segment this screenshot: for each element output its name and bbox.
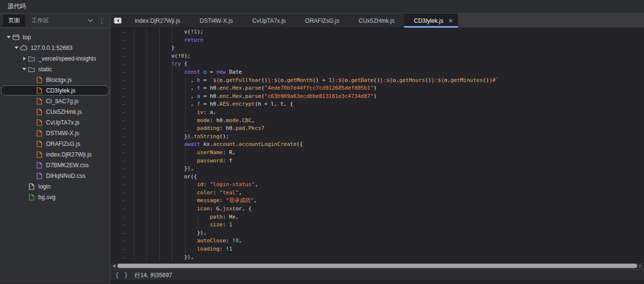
code-line[interactable]: size: 1 [133,221,644,229]
gutter-line-marker[interactable]: - [110,77,125,85]
gutter-line-marker[interactable]: - [110,229,125,237]
editor-tab-cux5zhmk-js[interactable]: CUx5ZHmk.js [349,14,404,28]
code-line[interactable]: mode: h0.mode.CBC, [133,117,644,125]
code-line[interactable]: }), [133,253,644,262]
gutter-line-marker[interactable]: - [110,197,125,205]
code-token: , [251,117,255,124]
gutter-line-marker[interactable]: - [110,117,125,125]
gutter-line-marker[interactable]: - [110,141,125,149]
gutter-line-marker[interactable]: - [110,68,125,77]
sidebar-tab-workspace[interactable]: 工作区 [26,15,54,27]
tree-item-index-djr27wji-js[interactable]: index.DjR27Wji.js [1,149,109,159]
code-line[interactable]: }), [133,229,644,237]
editor-tab-index-djr27wji-js[interactable]: index.DjR27Wji.js [125,14,190,28]
tree-item-127-0-0-1-52663[interactable]: 127.0.0.1:52663 [1,43,109,53]
code-line[interactable]: , h = `${o.getFullYear()}:${o.getMonth()… [133,77,644,85]
gutter-line-marker[interactable]: - [110,28,125,36]
tree-item-cvupta7x-js[interactable]: CvUpTA7x.js [1,117,109,127]
gutter-line-marker[interactable]: - [110,84,125,93]
gutter-line-marker[interactable]: - [110,173,125,181]
code-line[interactable]: }).toString(); [133,133,644,141]
more-options-icon[interactable]: ⋮ [96,16,107,26]
tree-item-bg-svg[interactable]: bg.svg [1,192,109,202]
gutter-line-marker[interactable]: - [110,133,125,141]
tree-item-oraflzsg-js[interactable]: ORAFlZsG.js [1,139,109,149]
gutter-line-marker[interactable]: - [110,93,125,101]
editor-tab-dstl4w-x-js[interactable]: DSTl4W-X.js [190,14,242,28]
tree-item-login[interactable]: login [1,181,109,191]
scroll-right-arrow-icon[interactable] [639,264,642,268]
code-line[interactable]: , f = h0.AES.encrypt(h + l, t, { [133,100,644,109]
code-line[interactable]: v(!0); [133,52,644,61]
code-line[interactable]: const o = new Date [133,68,644,77]
code-line[interactable]: return [133,36,644,45]
tree-item-ci-8ac7g-js[interactable]: CI_8AC7g.js [1,96,109,106]
gutter-line-marker[interactable]: - [110,237,125,245]
gutter-line-marker[interactable]: - [110,205,125,213]
expanded-arrow-icon[interactable] [13,47,20,49]
gutter-line-marker[interactable]: - [110,36,125,45]
code-line[interactable]: autoClose: !0, [133,237,644,245]
code-line[interactable]: loading: !1 [133,245,644,253]
gutter-line-marker[interactable]: - [110,213,125,221]
gutter-line-marker[interactable]: - [110,52,125,61]
tree-item-dihqnnod-css[interactable]: DIHqNNoD.css [1,171,109,181]
scroll-left-arrow-icon[interactable] [112,264,115,268]
tree-item-cd3iylek-js[interactable]: CD3Iylek.js [1,85,109,95]
gutter-line-marker[interactable]: - [110,109,125,117]
gutter-line-marker[interactable]: - [110,60,125,68]
gutter-line-marker[interactable]: - [110,165,125,173]
code-line[interactable]: v(!1); [133,28,644,36]
code-line[interactable]: password: f [133,157,644,165]
code-line[interactable]: icon: G.jsx(or, { [133,205,644,213]
tree-item-d7bmk2ew-css[interactable]: D7BMK2EW.css [1,160,109,170]
code-token: CBC [242,117,251,124]
gutter-line-marker[interactable]: - [110,245,125,253]
code-line[interactable]: id: "login-status", [133,181,644,189]
collapsed-arrow-icon[interactable] [21,57,28,61]
expanded-arrow-icon[interactable] [5,36,12,38]
code-line[interactable]: await kx.account.accountLoginCreate({ [133,141,644,149]
editor-tab-cvupta7x-js[interactable]: CvUpTA7x.js [242,14,295,28]
tree-item-cux5zhmk-js[interactable]: CUx5ZHmk.js [1,107,109,117]
code-line[interactable]: padding: h0.pad.Pkcs7 [133,125,644,133]
gutter-line-marker[interactable]: - [110,149,125,157]
editor-tab-cd3iylek-js[interactable]: CD3Iylek.js✕ [404,14,458,28]
code-line[interactable]: nr({ [133,173,644,181]
pretty-print-button[interactable]: { } [115,272,129,279]
tree-item-static[interactable]: static [1,64,109,74]
editor-tab-label: CvUpTA7x.js [252,17,285,24]
tree-item-blcictgx-js[interactable]: Blcictgx.js [1,75,109,85]
code-line[interactable]: userName: R, [133,149,644,157]
indent-guide [134,157,134,165]
gutter-line-marker[interactable]: - [110,100,125,109]
indent-guide [146,141,147,149]
gutter-line-marker[interactable]: - [110,221,125,229]
gutter-line-marker[interactable]: - [110,157,125,165]
code-line[interactable]: color: "teal", [133,189,644,197]
code-line[interactable]: , a = h0.enc.Hex.parse("c63b909a63ecdbbe… [133,93,644,101]
expanded-arrow-icon[interactable] [21,68,28,70]
code-line[interactable]: , t = h0.enc.Hex.parse("4ede70b7e44ffcc7… [133,84,644,93]
sidebar-tab-page[interactable]: 页面 [3,15,25,27]
editor-tab-oraflzsg-js[interactable]: ORAFlZsG.js [296,14,349,28]
hscroll-thumb[interactable] [117,264,637,268]
horizontal-scrollbar[interactable] [110,262,644,269]
close-icon[interactable]: ✕ [448,18,453,24]
gutter-line-marker[interactable]: - [110,181,125,189]
code-line[interactable]: message: "登录成功", [133,197,644,205]
tree-item-vercel-speed-insights[interactable]: _vercel/speed-insights [1,53,109,63]
code-line[interactable]: } [133,44,644,52]
chevron-down-icon[interactable] [85,16,95,26]
gutter-line-marker[interactable]: - [110,189,125,197]
code-line[interactable]: iv: a, [133,109,644,117]
tree-item-top[interactable]: top [1,32,109,42]
tree-item-dstl4w-x-js[interactable]: DSTl4W-X.js [1,128,109,138]
toggle-navigator-icon[interactable] [110,14,125,28]
code-line[interactable]: try { [133,60,644,68]
code-line[interactable]: path: Hx, [133,213,644,221]
gutter-line-marker[interactable]: - [110,253,125,262]
code-line[interactable]: }), [133,165,644,173]
gutter-line-marker[interactable]: - [110,44,125,52]
gutter-line-marker[interactable]: - [110,125,125,133]
